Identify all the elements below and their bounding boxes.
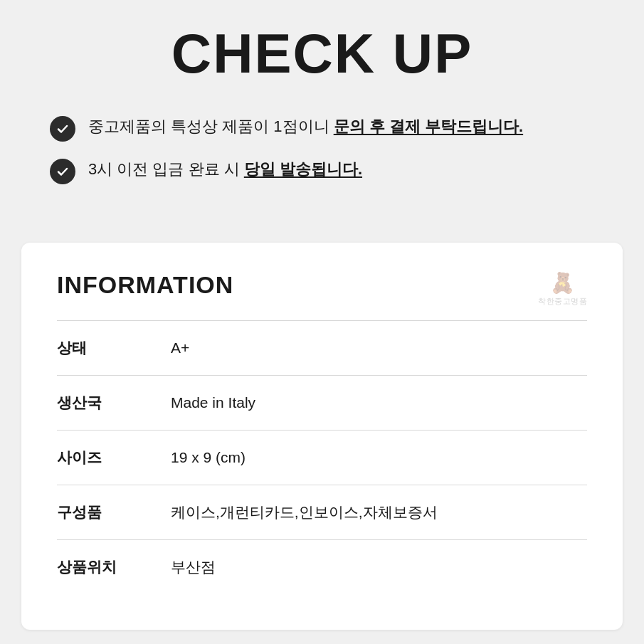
table-row: 상태A+ — [57, 321, 587, 376]
watermark-text: 착한중고명품 — [538, 296, 587, 307]
watermark: 🧸 착한중고명품 — [538, 271, 587, 307]
table-cell-label: 사이즈 — [57, 431, 171, 485]
table-cell-label: 생산국 — [57, 376, 171, 431]
check-item-1: 중고제품의 특성상 제품이 1점이니 문의 후 결제 부탁드립니다. — [50, 115, 594, 142]
check-list: 중고제품의 특성상 제품이 1점이니 문의 후 결제 부탁드립니다. 3시 이전… — [43, 115, 601, 184]
check-item-2: 3시 이전 입금 완료 시 당일 발송됩니다. — [50, 157, 594, 184]
checkmark-icon-2 — [50, 159, 75, 184]
table-cell-label: 상품위치 — [57, 540, 171, 595]
check-text-2: 3시 이전 입금 완료 시 당일 발송됩니다. — [88, 157, 362, 181]
table-cell-value: 케이스,개런티카드,인보이스,자체보증서 — [171, 485, 587, 540]
table-cell-label: 상태 — [57, 321, 171, 376]
page-title: CHECK UP — [43, 21, 601, 86]
checkmark-icon-1 — [50, 116, 75, 142]
info-title: INFORMATION — [57, 271, 587, 299]
table-row: 상품위치부산점 — [57, 540, 587, 595]
table-row: 사이즈19 x 9 (cm) — [57, 431, 587, 485]
table-cell-value: A+ — [171, 321, 587, 376]
table-row: 생산국Made in Italy — [57, 376, 587, 431]
info-card: INFORMATION 🧸 착한중고명품 상태A+생산국Made in Ital… — [21, 243, 623, 630]
table-row: 구성품케이스,개런티카드,인보이스,자체보증서 — [57, 485, 587, 540]
top-section: CHECK UP 중고제품의 특성상 제품이 1점이니 문의 후 결제 부탁드립… — [0, 0, 644, 228]
info-table: 상태A+생산국Made in Italy사이즈19 x 9 (cm)구성품케이스… — [57, 320, 587, 594]
table-cell-value: 부산점 — [171, 540, 587, 595]
check-text-1: 중고제품의 특성상 제품이 1점이니 문의 후 결제 부탁드립니다. — [88, 115, 523, 138]
table-cell-value: 19 x 9 (cm) — [171, 431, 587, 485]
watermark-icon: 🧸 — [550, 271, 575, 295]
table-cell-label: 구성품 — [57, 485, 171, 540]
table-cell-value: Made in Italy — [171, 376, 587, 431]
